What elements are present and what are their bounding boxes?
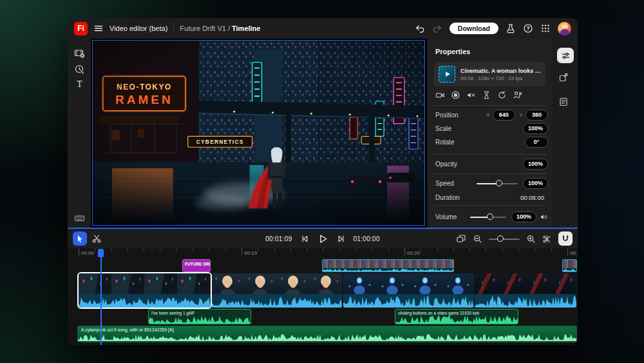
audio-clip-2[interactable]: clicking buttons on a video game 31920 k… [395,309,518,324]
text-clip-future-drift[interactable]: FUTURE DRI [182,259,211,272]
audio-mute-icon[interactable] [466,90,476,100]
ruler-tick: 00:20 [407,250,420,256]
filmstrip-clip[interactable] [322,259,454,272]
audio-clip-1[interactable]: I've been seeing 1 gMF [148,309,251,324]
step-back-icon[interactable] [300,234,310,244]
speed-input[interactable]: 100% [523,178,548,189]
hourglass-icon[interactable] [482,90,491,100]
snapping-magnet-button[interactable] [558,231,573,246]
help-icon[interactable]: ? [523,23,533,34]
undo-icon[interactable] [415,23,425,34]
duration-value: 00:08:00 [520,194,544,201]
divider [434,154,547,155]
volume-row: Volume 100% [435,211,548,222]
divider [434,205,547,206]
position-y-input[interactable]: 360 [526,110,548,121]
left-tool-rail: T [68,39,91,228]
video-clip-city[interactable] [79,273,211,308]
zoom-in-icon[interactable] [526,234,536,244]
fit-timeline-icon[interactable] [456,233,466,244]
speaker-icon[interactable] [540,213,548,221]
breadcrumb[interactable]: Future Drift V1 / Timeline [180,25,260,32]
topbar-divider [173,23,174,34]
camera-icon[interactable] [435,90,445,100]
preview-canvas[interactable]: NEO-TOKYO RAMEN CYBERNETICS [91,39,427,228]
refresh-icon[interactable] [497,90,507,100]
ruler-tick: 00:30 [570,250,578,256]
history-clock-icon[interactable] [74,64,85,75]
export-frame-icon[interactable] [558,72,569,83]
opacity-input[interactable]: 100% [523,159,548,170]
properties-tab-button[interactable] [557,48,574,63]
video-clip-robot[interactable] [343,273,474,308]
ruler-tick: 00:00 [81,250,94,256]
zoom-out-icon[interactable] [473,234,482,244]
notes-panel-icon[interactable] [558,97,569,107]
rotate-input[interactable]: 0° [525,137,548,148]
rotate-row: Rotate 0° [435,136,548,148]
speed-row: Speed 100% [435,177,548,189]
timeline-ruler[interactable]: 00:00 00:10 00:20 00:30 [79,248,578,258]
video-scene: NEO-TOKYO RAMEN CYBERNETICS [93,41,424,225]
clip-action-row [435,90,522,100]
beaker-icon[interactable] [506,23,516,34]
clip-play-icon [439,66,455,83]
video-clip-woman[interactable] [211,273,342,308]
svg-text:T: T [77,79,82,89]
redo-icon[interactable] [432,23,442,34]
ruler-tick: 00:10 [244,250,257,256]
clip-meta: 00:08 · 1280 × 720 · 24 fps [460,75,541,81]
text-tool-icon[interactable]: T [74,79,85,90]
avatar[interactable] [558,22,571,35]
app-window: Fi Video editor (beta) Future Drift V1 /… [68,18,578,345]
music-clip[interactable]: A cyberpunk sci fi song, with or 8512422… [77,326,577,342]
apps-grid-icon[interactable] [540,23,551,34]
right-tool-rail [553,39,578,228]
scale-input[interactable]: 100% [523,123,548,134]
keyboard-shortcuts-icon[interactable] [74,213,85,224]
firefly-logo[interactable]: Fi [74,22,88,35]
video-clip-dark[interactable] [475,273,576,308]
divider [434,105,547,106]
properties-panel: Properties Cinematic. A woman looks a...… [427,39,553,228]
timeline-zoom-slider[interactable] [489,235,520,242]
step-forward-icon[interactable] [336,234,346,244]
filmstrip-clip-small[interactable] [562,259,577,272]
scale-row: Scale 100% [435,123,548,134]
volume-input[interactable]: 100% [511,211,536,222]
opacity-row: Opacity 100% [435,158,548,170]
hamburger-menu-icon[interactable] [93,23,104,34]
app-title: Video editor (beta) [109,25,167,32]
speed-slider[interactable] [477,180,518,187]
timeline-panel: 00:00 00:10 00:20 00:30 FUTURE DRI [68,248,578,345]
top-bar: Fi Video editor (beta) Future Drift V1 /… [68,18,578,39]
playhead-line[interactable] [100,249,102,345]
duration-row: Duration 00:08:00 [435,191,548,203]
stop-record-icon[interactable] [451,90,460,100]
play-button[interactable] [317,233,328,244]
divider [434,173,547,174]
clip-card[interactable]: Cinematic. A woman looks a... v.ffgenvid… [434,62,545,86]
total-timecode: 01:00:00 [354,235,380,242]
clip-name: Cinematic. A woman looks a... v.ffgenvid [460,68,541,74]
position-row: Position X 640 Y 360 [435,109,548,121]
add-media-icon[interactable] [74,48,85,59]
download-button[interactable]: Download [450,23,498,35]
current-timecode: 00:01:09 [265,235,292,242]
volume-slider[interactable] [470,213,506,221]
timeline-toolbar: 00:01:09 01:00:00 [68,228,578,248]
svg-text:?: ? [526,25,529,32]
position-x-input[interactable]: 640 [493,110,515,121]
playhead-handle[interactable] [98,249,104,257]
split-clip-icon[interactable] [542,234,552,244]
properties-title: Properties [435,48,470,55]
person-flag-icon[interactable] [513,90,522,100]
video-frame-selection[interactable]: NEO-TOKYO RAMEN CYBERNETICS [92,40,425,226]
content-area: T [68,39,578,228]
